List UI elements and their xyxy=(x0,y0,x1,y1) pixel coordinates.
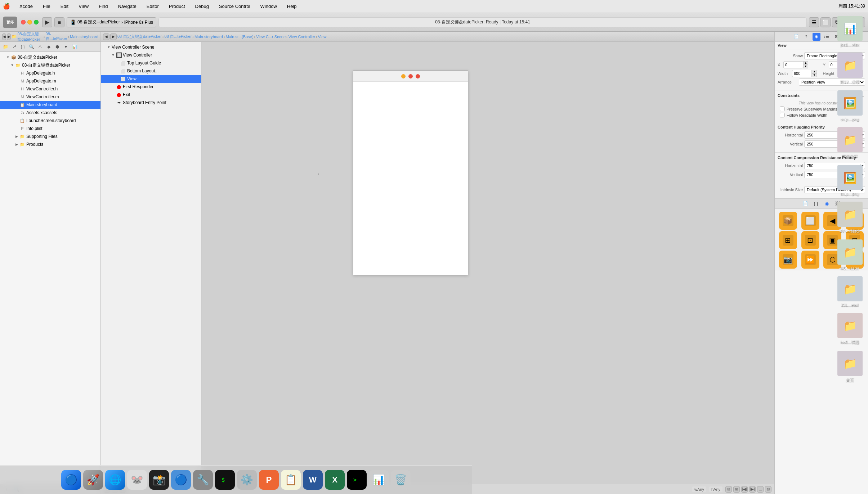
dock-finder[interactable]: 🔵 xyxy=(61,470,81,490)
minimize-button[interactable] xyxy=(27,20,32,24)
dock-clipboard[interactable]: 📋 xyxy=(281,470,301,490)
size-class-h[interactable]: hAny xyxy=(709,486,722,492)
desktop-icon-8[interactable]: 📁 ios1...试题 xyxy=(836,313,864,345)
width-step-down[interactable]: ▼ xyxy=(812,73,817,77)
storyboard-toggle-1[interactable]: ⊟ xyxy=(725,486,732,493)
sb-path-5[interactable]: View C...r Scene xyxy=(256,35,286,39)
attributes-inspector-btn[interactable]: ↓☰ xyxy=(823,33,831,41)
dock-terminal-2[interactable]: >_ xyxy=(347,470,367,490)
dock-preferences[interactable]: ⚙️ xyxy=(237,470,257,490)
menu-debug[interactable]: Debug xyxy=(193,3,211,10)
scene-first-responder[interactable]: ⬤ First Responder xyxy=(101,83,201,91)
dock-mouse[interactable]: 🐭 xyxy=(127,470,147,490)
desktop-icon-2[interactable]: 🖼️ snip....png xyxy=(836,90,864,121)
sb-path-2[interactable]: 08-自...tePicker xyxy=(165,34,192,39)
warning-icon[interactable]: ⚠ xyxy=(36,43,44,51)
obj-lib-code-btn[interactable]: { } xyxy=(812,199,820,207)
obj-lib-obj-btn[interactable]: ◉ xyxy=(823,199,831,207)
x-stepper[interactable]: ▲ ▼ xyxy=(803,61,808,68)
tree-file-7[interactable]: P Info.plist xyxy=(0,125,100,133)
sidebar-nav-back[interactable]: ◀ xyxy=(2,33,6,40)
search-sidebar-icon[interactable]: 🔍 xyxy=(27,43,35,51)
tree-file-9[interactable]: ▶ 📁 Products xyxy=(0,140,100,148)
dock-word[interactable]: W xyxy=(303,470,323,490)
x-step-down[interactable]: ▼ xyxy=(803,65,808,68)
obj-lib-file-btn[interactable]: 📄 xyxy=(801,199,809,207)
storyboard-toggle-6[interactable]: ⊡ xyxy=(765,486,771,493)
apple-menu[interactable]: 🍎 xyxy=(3,3,10,10)
preserve-margins-checkbox[interactable] xyxy=(780,107,784,111)
breakpoint-icon[interactable]: ▼ xyxy=(62,43,70,51)
tree-group[interactable]: ▼ 📁 08-自定义键盘datePicker xyxy=(0,61,100,69)
sb-path-7[interactable]: View xyxy=(318,35,327,39)
scene-root[interactable]: ▼ View Controller Scene xyxy=(101,43,201,51)
storyboard-nav-forward[interactable]: ▶ xyxy=(110,33,117,40)
obj-item-9[interactable]: ⏩ xyxy=(801,251,819,269)
tree-file-3[interactable]: M ViewController.m xyxy=(0,93,100,101)
tree-file-8[interactable]: ▶ 📁 Supporting Files xyxy=(0,133,100,140)
scene-entry-point[interactable]: ➡ Storyboard Entry Point xyxy=(101,99,201,107)
storyboard-toggle-2[interactable]: ⊞ xyxy=(733,486,740,493)
desktop-icon-5[interactable]: 📁 07-...(优化) xyxy=(836,202,864,234)
desktop-icon-4[interactable]: 🖼️ snip....png xyxy=(836,165,864,196)
storyboard-toggle-3[interactable]: |◀| xyxy=(741,486,748,493)
scene-vc[interactable]: ▼ 🔲 View Controller xyxy=(101,51,201,59)
dock-launchpad[interactable]: 🚀 xyxy=(83,470,103,490)
dock-photos[interactable]: 📸 xyxy=(149,470,169,490)
sb-path-6[interactable]: View Controller xyxy=(288,35,315,39)
file-inspector-btn[interactable]: 📄 xyxy=(792,33,800,41)
navigator-toggle[interactable]: ☰ xyxy=(809,17,819,27)
tree-file-5[interactable]: 🗂 Assets.xcassets xyxy=(0,109,100,117)
symbol-icon[interactable]: { } xyxy=(19,43,27,51)
desktop-icon-3[interactable]: 📁 车丹分享 xyxy=(836,127,864,159)
tree-file-4[interactable]: 📋 Main.storyboard xyxy=(0,101,100,109)
dock-slides[interactable]: 📊 xyxy=(369,470,389,490)
quick-help-btn[interactable]: ? xyxy=(802,33,810,41)
scene-top-layout[interactable]: ⬜ Top Layout Guide xyxy=(101,59,201,67)
width-input[interactable] xyxy=(792,70,812,77)
dock-safari[interactable]: 🌐 xyxy=(105,470,125,490)
x-input[interactable] xyxy=(783,61,803,68)
dock-terminal-1[interactable]: $_ xyxy=(215,470,235,490)
menu-window[interactable]: Window xyxy=(258,3,279,10)
obj-item-4[interactable]: ⊞ xyxy=(779,231,797,249)
scheme-selector[interactable]: 📱 08-自定义--datePicker › iPhone 6s Plus xyxy=(67,17,156,27)
follow-readable-checkbox[interactable] xyxy=(780,113,784,117)
maximize-button[interactable] xyxy=(34,20,39,24)
obj-item-1[interactable]: ⬜ xyxy=(801,212,819,230)
debug-icon[interactable]: ⬢ xyxy=(53,43,61,51)
sidebar-breadcrumb-2[interactable]: 08-自...tePicker xyxy=(46,32,67,41)
obj-item-0[interactable]: 📦 xyxy=(779,212,797,230)
x-step-up[interactable]: ▲ xyxy=(803,61,808,65)
dock-excel[interactable]: X xyxy=(325,470,345,490)
desktop-icon-6[interactable]: 📁 KSI...aster xyxy=(836,239,864,270)
dock-tools[interactable]: 🔧 xyxy=(193,470,213,490)
dock-app-p[interactable]: P xyxy=(259,470,279,490)
menu-find[interactable]: Find xyxy=(97,3,110,10)
test-icon[interactable]: ◆ xyxy=(45,43,53,51)
tree-file-2[interactable]: H ViewController.h xyxy=(0,85,100,93)
iphone-frame[interactable] xyxy=(353,71,468,275)
tree-project-root[interactable]: ▼ 📦 08-自定义datePicker xyxy=(0,53,100,61)
tree-file-6[interactable]: 📋 LaunchScreen.storyboard xyxy=(0,117,100,125)
scene-exit[interactable]: ⬤ Exit xyxy=(101,91,201,99)
folder-icon[interactable]: 📁 xyxy=(1,43,9,51)
menu-source-control[interactable]: Source Control xyxy=(217,3,252,10)
source-control-icon[interactable]: ⎇ xyxy=(10,43,18,51)
obj-item-5[interactable]: ⊡ xyxy=(801,231,819,249)
menu-navigate[interactable]: Navigate xyxy=(116,3,138,10)
menu-edit[interactable]: Edit xyxy=(58,3,71,10)
editor-center-btn[interactable]: ⬜ xyxy=(820,17,831,27)
storyboard-toggle-4[interactable]: |▶| xyxy=(749,486,756,493)
storyboard-canvas[interactable]: → xyxy=(202,42,774,484)
menu-editor[interactable]: Editor xyxy=(144,3,161,10)
width-step-up[interactable]: ▲ xyxy=(812,70,817,73)
obj-item-8[interactable]: 📷 xyxy=(779,251,797,269)
storyboard-nav-back[interactable]: ◀ xyxy=(103,33,109,40)
storyboard-toggle-5[interactable]: ☰ xyxy=(757,486,764,493)
menu-product[interactable]: Product xyxy=(167,3,187,10)
sidebar-breadcrumb-3[interactable]: Main.storyboard xyxy=(70,35,98,39)
sidebar-breadcrumb-path[interactable]: 08-自定义键盘datePicker xyxy=(17,32,43,42)
desktop-icon-1[interactable]: 📁 第13...业绩 xyxy=(836,53,864,85)
size-class-w[interactable]: wAny xyxy=(692,486,706,492)
